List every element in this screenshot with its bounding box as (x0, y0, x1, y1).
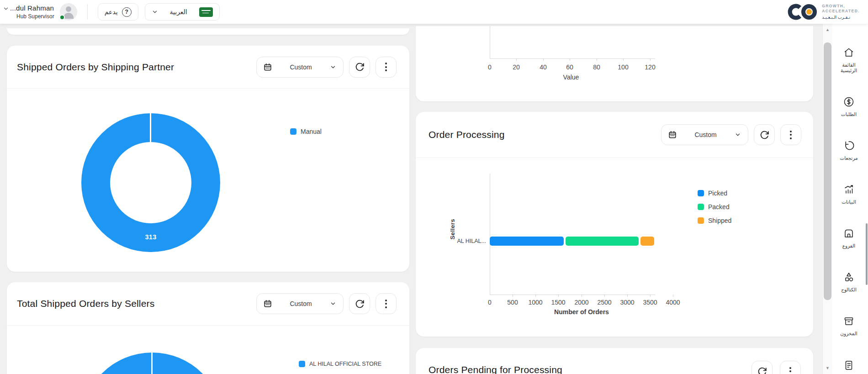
y-axis-title: Sellers (449, 219, 456, 239)
y-axis-line (490, 26, 490, 58)
refresh-icon (757, 367, 767, 374)
more-options-button[interactable] (780, 361, 801, 374)
card-title: Shipped Orders by Shipping Partner (17, 62, 174, 73)
x-axis-line (490, 58, 655, 59)
user-menu[interactable]: ...dul Rahman Hub Supervisor (3, 3, 77, 21)
x-tick: 20 (513, 63, 520, 71)
more-options-button[interactable] (376, 293, 397, 314)
inventory-icon (843, 315, 855, 327)
chevron-down-icon (330, 300, 336, 307)
refresh-button[interactable] (752, 361, 773, 374)
date-range-value: Custom (290, 63, 312, 71)
scrollbar-thumb[interactable] (824, 42, 831, 300)
scroll-down-arrow[interactable]: ▼ (823, 366, 832, 370)
donut-chart-shipping-partner: 313 (81, 113, 220, 252)
sidebar-item-documents[interactable] (832, 359, 865, 374)
x-tick: 0 (488, 299, 492, 306)
help-icon: ? (122, 7, 132, 17)
pie-chart-sellers-partial (81, 353, 223, 374)
chevron-down-icon (152, 9, 158, 15)
legend-swatch (698, 204, 704, 210)
calendar-icon (264, 300, 272, 308)
card-order-processing: Order Processing Custom (416, 112, 813, 337)
refresh-icon (355, 62, 365, 72)
page-scrollbar (865, 24, 868, 374)
kebab-icon (385, 300, 387, 308)
legend-item-packed[interactable]: Packed (698, 203, 730, 211)
date-range-dropdown[interactable]: Custom (661, 124, 748, 145)
legend-swatch (290, 128, 296, 135)
x-tick: 4000 (666, 299, 680, 306)
kebab-icon (385, 63, 387, 71)
refresh-button[interactable] (349, 293, 370, 314)
category-label: AL HILAL... (453, 238, 486, 244)
company-logo: GROWTH, ACCELERATED. نـقـرب الـبـعـيـد (787, 4, 860, 20)
sidebar-item-catalog[interactable]: الكتالوج (832, 271, 865, 292)
page-scrollbar-thumb[interactable] (866, 223, 868, 285)
sidebar-item-branches[interactable]: الفروع (832, 227, 865, 248)
date-range-value: Custom (290, 300, 312, 307)
date-range-dropdown[interactable]: Custom (256, 57, 344, 78)
donut-value-label: 313 (81, 233, 220, 241)
returns-icon (843, 140, 855, 152)
more-options-button[interactable] (376, 57, 397, 78)
sidebar-item-home[interactable]: القائمة الرئيسية (832, 47, 865, 73)
legend-swatch (698, 217, 704, 224)
top-header: ...dul Rahman Hub Supervisor يدعم ? العر… (0, 0, 868, 24)
x-tick: 0 (488, 63, 492, 71)
x-tick: 100 (618, 63, 628, 71)
analytics-icon (843, 184, 855, 195)
calendar-icon (264, 63, 272, 71)
bar-segment-packed (566, 237, 639, 246)
card-partial-value-chart: 0 20 40 60 80 100 120 Value (416, 26, 813, 101)
language-selector[interactable]: العربية (145, 3, 220, 21)
x-tick: 2500 (597, 299, 611, 306)
chevron-down-icon (330, 64, 336, 70)
chevron-down-icon[interactable] (3, 5, 9, 12)
orders-icon (843, 96, 855, 108)
card-orders-pending: Orders Pending for Processing (416, 348, 813, 374)
legend-swatch (698, 190, 704, 196)
refresh-button[interactable] (349, 57, 370, 78)
chevron-down-icon (735, 132, 741, 138)
partial-card-bottom (7, 28, 409, 35)
card-total-shipped-by-sellers: Total Shipped Orders by Sellers Custom (7, 282, 409, 374)
card-title: Total Shipped Orders by Sellers (17, 298, 155, 309)
kebab-icon (789, 367, 791, 374)
saudi-flag-icon (199, 7, 213, 17)
sidebar-item-analytics[interactable]: البيانات (832, 184, 865, 205)
calendar-icon (668, 131, 677, 139)
legend-item-picked[interactable]: Picked (698, 190, 727, 197)
logo-tagline: GROWTH, ACCELERATED. نـقـرب الـبـعـيـد (822, 4, 860, 20)
catalog-icon (843, 271, 855, 283)
legend-item-al-hilal[interactable]: AL HILAL OFFICIAL STORE (299, 361, 381, 367)
sidebar-item-returns[interactable]: مرتجعات (832, 140, 865, 161)
x-tick: 60 (566, 63, 573, 71)
legend-item-manual[interactable]: Manual (290, 128, 322, 135)
x-tick: 3500 (643, 299, 657, 306)
sidebar-item-orders[interactable]: الطلبات (832, 96, 865, 117)
sidebar-item-inventory[interactable]: المخزون (832, 315, 865, 336)
avatar[interactable] (60, 3, 77, 21)
support-button[interactable]: يدعم ? (98, 3, 138, 21)
x-tick: 80 (593, 63, 600, 71)
card-title: Orders Pending for Processing (429, 364, 562, 374)
x-tick: 1000 (528, 299, 542, 306)
branches-icon (843, 227, 855, 239)
legend-item-shipped[interactable]: Shipped (698, 217, 731, 224)
document-icon (843, 359, 855, 371)
card-divider (416, 158, 813, 158)
scroll-up-arrow[interactable]: ▲ (823, 27, 832, 32)
x-tick: 2000 (574, 299, 588, 306)
home-icon (843, 47, 855, 58)
refresh-button[interactable] (754, 124, 775, 145)
refresh-icon (355, 299, 365, 309)
bar-segment-shipped (640, 237, 654, 246)
user-info: ...dul Rahman Hub Supervisor (10, 4, 54, 20)
x-axis-title: Value (563, 74, 579, 81)
avatar-person-icon (66, 6, 71, 12)
more-options-button[interactable] (780, 124, 801, 145)
x-tick: 40 (540, 63, 547, 71)
content-scrollbar: ▲ ▼ (822, 24, 832, 374)
date-range-dropdown[interactable]: Custom (256, 293, 344, 314)
